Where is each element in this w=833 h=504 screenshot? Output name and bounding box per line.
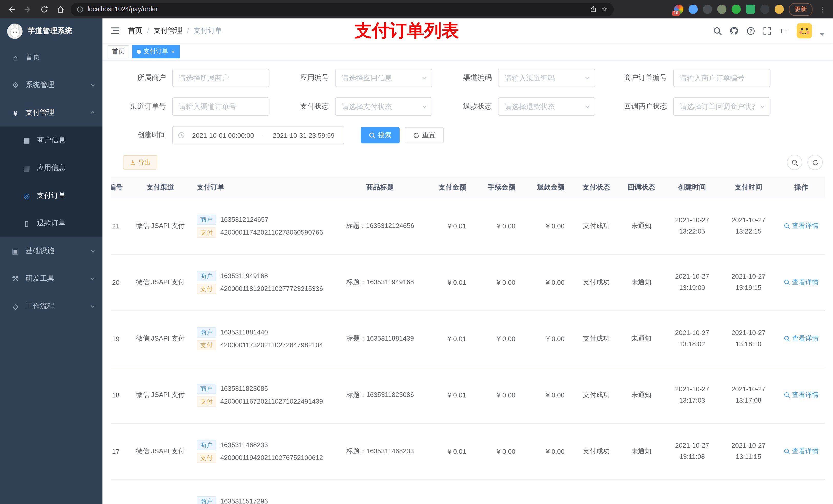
- chevron-down-icon: [90, 82, 95, 88]
- export-button[interactable]: 导出: [123, 155, 157, 170]
- notify-status-select-input[interactable]: [673, 97, 770, 116]
- sidebar-item-app-info[interactable]: ▦ 应用信息: [0, 154, 102, 182]
- sidebar-item-dev-tools[interactable]: ⚒ 研发工具: [0, 265, 102, 292]
- merchant-badge: 商户: [197, 271, 216, 281]
- payment-submenu: ▤ 商户信息 ▦ 应用信息 ◎ 支付订单 ▯ 退款订单: [0, 126, 102, 237]
- gear-icon: ⚙: [10, 80, 21, 90]
- sidebar-item-workflow[interactable]: ◇ 工作流程: [0, 292, 102, 320]
- monitor-icon: ▣: [10, 246, 21, 256]
- sidebar-item-system[interactable]: ⚙ 系统管理: [0, 71, 102, 99]
- share-icon[interactable]: [590, 6, 597, 13]
- profile-avatar-icon[interactable]: [775, 5, 784, 14]
- refund-status-select-input[interactable]: [498, 97, 595, 116]
- site-info-icon[interactable]: [77, 6, 84, 13]
- extension-icon-6[interactable]: [746, 5, 755, 14]
- orders-table: 编号 支付渠道 支付订单 商品标题 支付金额 手续金额 退款金额 支付状态 回调…: [111, 177, 825, 504]
- table-row: 21 微信 JSAPI 支付 商户1635312124657 支付4200001…: [111, 198, 825, 254]
- chevron-down-icon: [90, 248, 95, 254]
- extension-icon-4[interactable]: [717, 5, 727, 14]
- col-fee: 手续金额: [475, 177, 525, 198]
- view-detail-link[interactable]: 查看详情: [784, 221, 819, 231]
- toggle-search-button[interactable]: [787, 155, 802, 170]
- fullscreen-icon[interactable]: [763, 26, 771, 35]
- chevron-down-icon: [422, 75, 427, 81]
- sidebar-item-payment[interactable]: ¥ 支付管理: [0, 99, 102, 126]
- extension-icon-1[interactable]: 10: [674, 5, 684, 14]
- header-actions: ? TT: [713, 23, 825, 39]
- pay-status-select-input[interactable]: [335, 97, 432, 116]
- merchant-badge: 商户: [197, 327, 216, 337]
- view-detail-link[interactable]: 查看详情: [784, 278, 819, 287]
- filter-app-id: 应用编号: [286, 69, 432, 87]
- extension-icon-7[interactable]: [760, 5, 769, 14]
- breadcrumb-payment[interactable]: 支付管理: [154, 26, 182, 35]
- col-channel: 支付渠道: [130, 177, 191, 198]
- active-tab-dot: [137, 49, 141, 53]
- screen: localhost:1024/pay/order ☆ 10 更新 ⋮: [0, 0, 833, 504]
- app-logo[interactable]: 芋道管理系统: [0, 19, 102, 44]
- clock-icon: [178, 131, 185, 139]
- tab-home[interactable]: 首页: [108, 45, 129, 58]
- orders-table-wrapper: 编号 支付渠道 支付订单 商品标题 支付金额 手续金额 退款金额 支付状态 回调…: [111, 177, 825, 504]
- merchant-select-input[interactable]: [172, 69, 269, 87]
- date-end-value[interactable]: 2021-10-31 23:59:59: [268, 131, 339, 139]
- font-size-icon[interactable]: TT: [779, 27, 789, 35]
- filter-refund-status: 退款状态: [449, 97, 595, 116]
- channel-code-select-input[interactable]: [498, 69, 595, 87]
- yuan-icon: ¥: [10, 108, 21, 117]
- date-start-value[interactable]: 2021-10-01 00:00:00: [188, 131, 258, 139]
- sidebar: 芋道管理系统 ⌂ 首页 ⚙ 系统管理 ¥ 支付管理: [0, 19, 102, 504]
- filter-merchant: 所属商户: [123, 69, 269, 87]
- chevron-down-icon: [760, 104, 765, 110]
- browser-reload-button[interactable]: [38, 3, 50, 15]
- view-detail-link[interactable]: 查看详情: [784, 390, 819, 400]
- search-icon[interactable]: [713, 26, 722, 35]
- extension-icon-2[interactable]: [689, 5, 698, 14]
- view-detail-link[interactable]: 查看详情: [784, 447, 819, 456]
- github-icon[interactable]: [730, 26, 739, 35]
- extension-icon-3[interactable]: [703, 5, 712, 14]
- bookmark-star-icon[interactable]: ☆: [601, 5, 608, 13]
- help-icon[interactable]: ?: [746, 26, 755, 35]
- reset-button[interactable]: 重置: [405, 127, 444, 143]
- address-bar[interactable]: localhost:1024/pay/order ☆: [71, 2, 614, 16]
- breadcrumb-home[interactable]: 首页: [128, 26, 142, 35]
- user-menu-caret-icon[interactable]: [820, 33, 825, 36]
- sidebar-item-merchant-info[interactable]: ▤ 商户信息: [0, 126, 102, 154]
- extension-icon-5[interactable]: [732, 5, 741, 14]
- user-avatar[interactable]: [796, 23, 812, 39]
- workflow-icon: ◇: [10, 302, 21, 311]
- pay-badge: 支付: [197, 284, 216, 294]
- filter-channel-order-no: 渠道订单号: [123, 97, 269, 116]
- browser-extensions-area: 10 更新 ⋮: [674, 3, 828, 16]
- sidebar-item-home[interactable]: ⌂ 首页: [0, 44, 102, 71]
- refresh-table-button[interactable]: [807, 155, 823, 170]
- close-tab-icon[interactable]: ×: [171, 48, 175, 54]
- col-actions: 操作: [777, 177, 825, 198]
- app-select-input[interactable]: [335, 69, 432, 87]
- browser-update-button[interactable]: 更新: [789, 3, 812, 16]
- extension-badge: 10: [672, 11, 680, 16]
- view-detail-link[interactable]: 查看详情: [784, 334, 819, 343]
- merchant-badge: 商户: [197, 383, 216, 393]
- page-title: 支付订单列表: [355, 19, 459, 43]
- sidebar-item-refund-order[interactable]: ▯ 退款订单: [0, 210, 102, 237]
- browser-forward-button[interactable]: [22, 3, 34, 15]
- chevron-up-icon: [90, 110, 95, 115]
- sidebar-item-infrastructure[interactable]: ▣ 基础设施: [0, 237, 102, 265]
- sidebar-item-pay-order[interactable]: ◎ 支付订单: [0, 182, 102, 210]
- search-button[interactable]: 搜索: [361, 127, 400, 143]
- sidebar-collapse-icon[interactable]: [111, 27, 120, 35]
- merchant-order-no-input[interactable]: [673, 69, 770, 87]
- document-icon: ▯: [22, 219, 32, 227]
- merchant-badge: 商户: [197, 214, 216, 224]
- channel-order-no-input[interactable]: [172, 97, 269, 116]
- browser-back-button[interactable]: [5, 3, 18, 15]
- date-range-picker[interactable]: 2021-10-01 00:00:00 - 2021-10-31 23:59:5…: [172, 126, 344, 144]
- table-row: 18 微信 JSAPI 支付 商户1635311823086 支付4200001…: [111, 367, 825, 423]
- merchant-badge: 商户: [197, 496, 216, 504]
- tab-pay-order[interactable]: 支付订单 ×: [132, 45, 180, 58]
- chevron-down-icon: [585, 75, 590, 81]
- browser-home-button[interactable]: [54, 3, 67, 15]
- browser-menu-icon[interactable]: ⋮: [818, 5, 827, 13]
